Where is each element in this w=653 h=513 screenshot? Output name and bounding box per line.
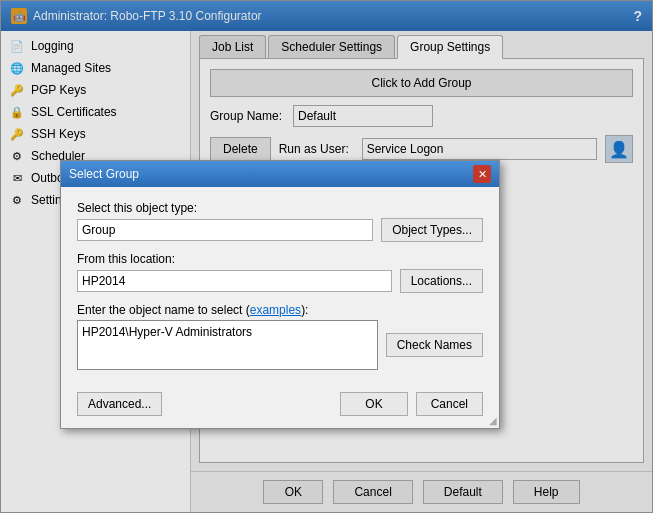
dialog-title: Select Group [69,167,139,181]
location-input[interactable] [77,270,392,292]
object-type-label: Select this object type: [77,201,483,215]
object-name-row: HP2014\Hyper-V Administrators Check Name… [77,320,483,370]
dialog-cancel-button[interactable]: Cancel [416,392,483,416]
object-type-section: Select this object type: Object Types... [77,201,483,242]
dialog-ok-button[interactable]: OK [340,392,407,416]
location-label: From this location: [77,252,483,266]
object-type-input[interactable] [77,219,373,241]
location-row: Locations... [77,269,483,293]
advanced-button[interactable]: Advanced... [77,392,162,416]
dialog-overlay: Select Group ✕ Select this object type: … [0,0,653,513]
dialog-title-bar: Select Group ✕ [61,161,499,187]
examples-link[interactable]: examples [250,303,301,317]
select-group-dialog: Select Group ✕ Select this object type: … [60,160,500,429]
check-names-button[interactable]: Check Names [386,333,483,357]
object-name-label: Enter the object name to select (example… [77,303,483,317]
object-name-section: Enter the object name to select (example… [77,303,483,370]
dialog-close-button[interactable]: ✕ [473,165,491,183]
locations-button[interactable]: Locations... [400,269,483,293]
dialog-footer: Advanced... OK Cancel [61,384,499,428]
resize-handle: ◢ [489,415,497,426]
dialog-footer-right: OK Cancel [340,392,483,416]
location-section: From this location: Locations... [77,252,483,293]
object-types-button[interactable]: Object Types... [381,218,483,242]
dialog-body: Select this object type: Object Types...… [61,187,499,384]
object-type-row: Object Types... [77,218,483,242]
object-name-input[interactable]: HP2014\Hyper-V Administrators [77,320,378,370]
